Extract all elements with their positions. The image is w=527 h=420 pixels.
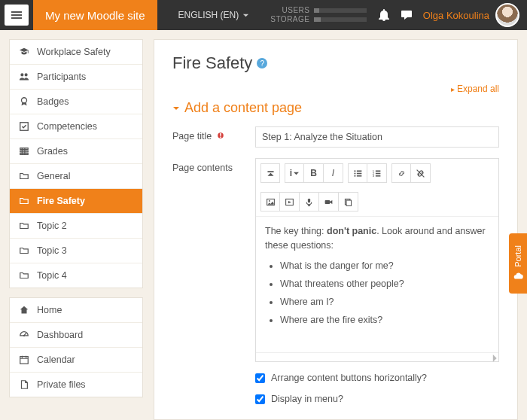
display-in-menu-checkbox[interactable] [255, 394, 265, 404]
calendar-icon [19, 355, 29, 365]
folder-icon [19, 245, 29, 256]
editor-body[interactable]: The key thing: don't panic. Look around … [256, 217, 498, 352]
sidebar-item-label: Calendar [37, 355, 75, 365]
page-title-input[interactable] [255, 126, 499, 148]
svg-rect-7 [220, 133, 221, 136]
users-icon [19, 72, 29, 82]
grid-icon [19, 146, 29, 157]
sidebar-item-label: Fire Safety [37, 196, 85, 206]
folder-icon [19, 171, 29, 181]
toolbar-collapse-button[interactable] [260, 163, 280, 183]
help-icon[interactable]: ? [257, 58, 267, 68]
rich-text-editor: i B I 123 [255, 158, 499, 362]
editor-bullet: What is the danger for me? [280, 260, 489, 271]
usage-stats: USERS STORAGE [270, 6, 367, 24]
sidebar-item-label: Topic 4 [37, 270, 67, 281]
dashboard-icon [19, 330, 29, 340]
svg-rect-10 [356, 170, 361, 172]
section-toggle-add-content[interactable]: Add a content page [172, 100, 499, 116]
page-title-label: Page title [172, 131, 212, 142]
cloud-icon [513, 271, 523, 282]
user-name[interactable]: Olga Kokoulina [423, 10, 489, 21]
svg-rect-24 [308, 198, 310, 202]
portal-tab[interactable]: Portal [509, 233, 527, 294]
sidebar-item-calendar[interactable]: Calendar [10, 348, 142, 373]
display-in-menu-label: Display in menu? [271, 394, 343, 404]
section-heading-label: Add a content page [184, 100, 302, 116]
toolbar-files-button[interactable] [339, 192, 358, 212]
sidebar-item-label: Dashboard [37, 330, 83, 340]
required-icon [216, 131, 225, 140]
svg-point-4 [23, 335, 25, 336]
caret-down-icon [294, 171, 299, 176]
sidebar-item-topic-4[interactable]: Topic 4 [10, 263, 142, 288]
hamburger-icon [11, 9, 23, 21]
sidebar-item-label: Badges [37, 96, 69, 107]
editor-resize-handle[interactable]: ◢ [256, 352, 498, 361]
nav-toggle-button[interactable] [5, 5, 29, 26]
svg-point-9 [354, 170, 355, 172]
svg-point-0 [20, 73, 23, 76]
toolbar-ul-button[interactable] [348, 163, 367, 183]
svg-point-22 [268, 199, 270, 201]
toolbar-mic-button[interactable] [300, 192, 319, 212]
sidebar-item-label: General [37, 171, 70, 181]
expand-all-link[interactable]: Expand all [451, 84, 499, 94]
sidebar-item-topic-2[interactable]: Topic 2 [10, 214, 142, 239]
sidebar-item-label: Topic 2 [37, 221, 67, 231]
toolbar-media-button[interactable] [280, 192, 300, 212]
sidebar-item-label: Workplace Safety [37, 47, 111, 57]
svg-rect-5 [20, 357, 29, 364]
editor-bullet: Where am I? [280, 297, 489, 307]
file-icon [19, 379, 29, 390]
sidebar-item-workplace-safety[interactable]: Workplace Safety [10, 40, 142, 65]
messages-icon[interactable] [401, 9, 413, 21]
editor-bullet: Where are the fire exits? [280, 315, 489, 325]
language-switcher[interactable]: ENGLISH (EN) [178, 10, 250, 20]
svg-rect-12 [356, 172, 361, 174]
course-nav-panel: Workplace SafetyParticipantsBadgesCompet… [9, 39, 143, 288]
page-contents-label: Page contents [172, 163, 233, 173]
toolbar-video-button[interactable] [319, 192, 339, 212]
sidebar-item-label: Participants [37, 72, 86, 82]
sidebar-item-badges[interactable]: Badges [10, 90, 142, 114]
grad-cap-icon [19, 47, 29, 57]
toolbar-italic-button[interactable]: I [324, 163, 343, 183]
sidebar-item-fire-safety[interactable]: Fire Safety [10, 189, 142, 214]
check-icon [19, 121, 29, 132]
sidebar-item-dashboard[interactable]: Dashboard [10, 323, 142, 348]
sidebar-item-general[interactable]: General [10, 164, 142, 189]
toolbar-image-button[interactable] [260, 192, 280, 212]
sidebar-item-grades[interactable]: Grades [10, 139, 142, 164]
page-title: Fire Safety [172, 53, 252, 73]
svg-rect-8 [220, 137, 221, 138]
toolbar-link-button[interactable] [391, 163, 411, 183]
folder-icon [19, 270, 29, 281]
language-label: ENGLISH (EN) [178, 10, 239, 20]
svg-point-13 [354, 175, 355, 176]
sidebar-item-topic-3[interactable]: Topic 3 [10, 239, 142, 263]
svg-rect-27 [346, 200, 352, 205]
arrange-horizontal-checkbox[interactable] [255, 373, 265, 383]
arrange-horizontal-label: Arrange content buttons horizontally? [271, 373, 427, 383]
notifications-icon[interactable] [378, 9, 390, 21]
svg-rect-16 [376, 170, 381, 172]
toolbar-style-button[interactable]: i [285, 163, 304, 183]
svg-rect-18 [376, 172, 381, 174]
sidebar-item-participants[interactable]: Participants [10, 65, 142, 90]
site-brand[interactable]: My new Moodle site [33, 0, 157, 30]
site-nav-panel: HomeDashboardCalendarPrivate files [9, 297, 143, 397]
badge-icon [19, 96, 29, 107]
sidebar-item-private-files[interactable]: Private files [10, 373, 142, 397]
toolbar-unlink-button[interactable] [411, 163, 431, 183]
avatar[interactable] [495, 3, 519, 27]
folder-icon [19, 196, 29, 206]
svg-rect-14 [356, 175, 361, 176]
sidebar-item-home[interactable]: Home [10, 298, 142, 323]
sidebar-item-competencies[interactable]: Competencies [10, 114, 142, 139]
toolbar-bold-button[interactable]: B [304, 163, 324, 183]
svg-point-2 [22, 98, 27, 103]
toolbar-ol-button[interactable]: 123 [367, 163, 387, 183]
folder-icon [19, 221, 29, 231]
chevron-down-icon [172, 105, 180, 112]
